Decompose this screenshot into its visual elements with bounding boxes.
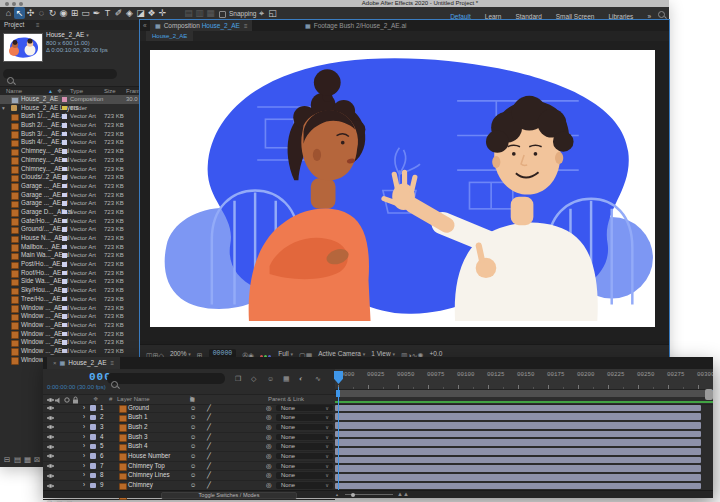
layer-expand-chevron[interactable]: ›	[83, 413, 85, 422]
tab-menu-icon[interactable]: ≡	[111, 360, 115, 366]
shy-switch-icon[interactable]: ☺	[190, 404, 196, 413]
parent-pick-whip-icon[interactable]: ◎	[266, 452, 272, 461]
column-name[interactable]: Name	[6, 87, 22, 95]
camera-tool-icon[interactable]: ◉	[58, 7, 69, 19]
label-color-chip[interactable]	[62, 201, 67, 206]
layer-label-swatch[interactable]	[90, 434, 96, 440]
project-item-row[interactable]: Chimney..._AE.aiVector Art723 KB	[0, 165, 140, 174]
shy-switch-icon[interactable]: ☺	[190, 452, 196, 461]
layer-duration-bar[interactable]	[335, 447, 701, 456]
layer-duration-bar[interactable]	[335, 430, 701, 439]
label-color-chip[interactable]	[62, 288, 67, 293]
parent-pick-whip-icon[interactable]: ◎	[266, 404, 272, 413]
new-composition-icon[interactable]: ▦	[24, 453, 31, 467]
clone-stamp-tool-icon[interactable]: ◈	[124, 7, 135, 19]
align-right-icon[interactable]: ▦	[205, 7, 216, 19]
layer-name[interactable]: Chimney	[128, 481, 153, 490]
layer-duration-bar[interactable]	[335, 473, 701, 482]
layer-name[interactable]: Bush 3	[128, 433, 148, 442]
workspace-search-icon[interactable]	[658, 11, 665, 18]
timeline-layer-row[interactable]: ›5Bush 4☺╱◎None∨	[43, 442, 335, 452]
label-color-chip[interactable]	[62, 184, 67, 189]
label-color-chip[interactable]	[62, 236, 67, 241]
layer-label-swatch[interactable]	[90, 444, 96, 450]
project-item-row[interactable]: Chimney..._AE.aiVector Art723 KB	[0, 156, 140, 165]
label-color-chip[interactable]	[62, 253, 67, 258]
pen-tool-icon[interactable]: ✒	[91, 7, 102, 19]
timeline-layer-row[interactable]: ›6House Number☺╱◎None∨	[43, 452, 335, 462]
new-folder-icon[interactable]: ▤	[14, 453, 21, 467]
quality-switch-icon[interactable]: ╱	[207, 404, 211, 413]
column-frame[interactable]: Frame	[126, 87, 141, 95]
rotation-tool-icon[interactable]: ↻	[47, 7, 58, 19]
project-item-row[interactable]: Post/Ho..._AE.aiVector Art723 KB	[0, 260, 140, 269]
parent-link-dropdown[interactable]: None∨	[276, 424, 333, 431]
label-column-icon[interactable]: ❖	[57, 87, 62, 95]
layer-expand-chevron[interactable]: ›	[83, 433, 85, 442]
layer-expand-chevron[interactable]: ›	[83, 404, 85, 413]
project-item-row[interactable]: Garage ..._AE.aiVector Art723 KB	[0, 182, 140, 191]
project-item-row[interactable]: Bush 1/..._AE.aiVector Art723 KB	[0, 112, 140, 121]
quality-switch-icon[interactable]: ╱	[207, 423, 211, 432]
close-window-icon[interactable]	[5, 2, 9, 6]
quality-switch-icon[interactable]: ╱	[207, 462, 211, 471]
zoom-tool-icon[interactable]: ◌	[36, 7, 47, 19]
parent-link-dropdown[interactable]: None∨	[276, 482, 333, 489]
zoom-out-mountain-icon[interactable]: ▲	[335, 492, 339, 497]
brush-tool-icon[interactable]: ✐	[113, 7, 124, 19]
toggle-switches-modes-button[interactable]: Toggle Switches / Modes	[161, 492, 297, 500]
label-color-chip[interactable]	[62, 323, 67, 328]
work-area-bar[interactable]	[336, 390, 713, 397]
label-color-chip[interactable]	[62, 262, 67, 267]
parent-pick-whip-icon[interactable]: ◎	[266, 423, 272, 432]
layer-label-swatch[interactable]	[90, 483, 96, 489]
parent-pick-whip-icon[interactable]: ◎	[266, 462, 272, 471]
project-item-row[interactable]: Garage D..._AE.aiVector Art723 KB	[0, 208, 140, 217]
quality-switch-icon[interactable]: ╱	[207, 471, 211, 480]
selection-tool-icon[interactable]: ↖	[14, 7, 25, 19]
type-tool-icon[interactable]: T	[102, 7, 113, 19]
shy-switch-icon[interactable]: ☺	[190, 481, 196, 490]
timeline-zoom-slider[interactable]: ▲ ▲▲	[335, 491, 415, 498]
parent-pick-whip-icon[interactable]: ◎	[266, 442, 272, 451]
project-item-row[interactable]: House N..._AE.aiVector Art723 KB	[0, 234, 140, 243]
layer-expand-chevron[interactable]: ›	[83, 442, 85, 451]
parent-link-dropdown[interactable]: None∨	[276, 443, 333, 450]
column-type[interactable]: Type	[70, 87, 83, 95]
project-item-row[interactable]: Sky/Hou..._AE.aiVector Art723 KB	[0, 286, 140, 295]
layer-label-swatch[interactable]	[90, 424, 96, 430]
roto-brush-tool-icon[interactable]: ❖	[146, 7, 157, 19]
label-color-chip[interactable]	[62, 193, 67, 198]
project-item-row[interactable]: Garage ..._AE.aiVector Art723 KB	[0, 199, 140, 208]
layer-name[interactable]: Chimney Lines	[128, 471, 170, 480]
label-color-chip[interactable]	[62, 106, 67, 111]
sort-arrow-icon[interactable]: ▲	[48, 87, 53, 95]
layer-expand-chevron[interactable]: ›	[83, 462, 85, 471]
label-color-chip[interactable]	[62, 219, 67, 224]
layer-duration-bar[interactable]	[335, 404, 701, 413]
label-color-chip[interactable]	[62, 349, 67, 354]
quality-switch-icon[interactable]: ╱	[207, 452, 211, 461]
panel-menu-icon[interactable]: ≡	[36, 20, 40, 30]
label-color-chip[interactable]	[62, 279, 67, 284]
layer-expand-chevron[interactable]: ›	[83, 452, 85, 461]
project-item-row[interactable]: Bush 4/..._AE.aiVector Art723 KB	[0, 138, 140, 147]
layer-duration-bar[interactable]	[335, 438, 701, 447]
project-item-row[interactable]: Roof/Ho..._AE.aiVector Art723 KB	[0, 269, 140, 278]
label-color-chip[interactable]	[62, 227, 67, 232]
layer-label-swatch[interactable]	[90, 453, 96, 459]
label-color-chip[interactable]	[62, 97, 67, 102]
label-color-chip[interactable]	[62, 167, 67, 172]
parent-link-dropdown[interactable]: None∨	[276, 414, 333, 421]
exposure-value[interactable]: +0.0	[430, 350, 443, 357]
timeline-scroll-widget[interactable]	[705, 389, 713, 400]
eraser-tool-icon[interactable]: ◪	[135, 7, 146, 19]
project-search-input[interactable]	[3, 69, 117, 79]
project-item-row[interactable]: Chimney..._AE.aiVector Art723 KB	[0, 147, 140, 156]
layer-expand-chevron[interactable]: ›	[83, 423, 85, 432]
snapping-checkbox[interactable]	[219, 11, 226, 18]
project-item-row[interactable]: House_2_AEComposition30.0	[0, 95, 140, 104]
project-item-row[interactable]: Mailbox..._AE.aiVector Art723 KB	[0, 243, 140, 252]
parent-pick-whip-icon[interactable]: ◎	[266, 481, 272, 490]
composition-name[interactable]: House_2_AE ▾	[46, 31, 89, 38]
